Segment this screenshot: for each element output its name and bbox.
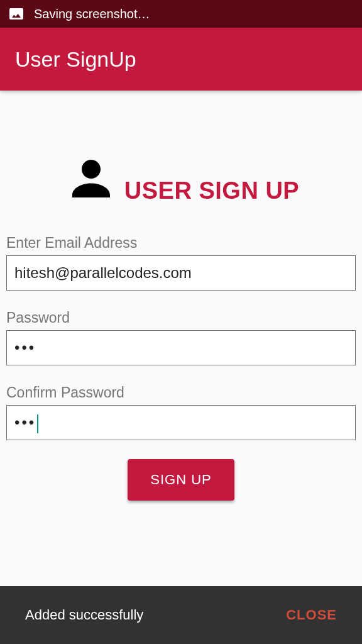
- status-saving-text: Saving screenshot…: [34, 7, 150, 21]
- confirm-password-field-group: Confirm Password •••: [6, 384, 356, 440]
- email-field-group: Enter Email Address: [6, 235, 356, 291]
- confirm-password-label: Confirm Password: [6, 384, 356, 401]
- hero: USER SIGN UP: [6, 150, 356, 209]
- email-label: Enter Email Address: [6, 235, 356, 252]
- main-content: USER SIGN UP Enter Email Address Passwor…: [0, 150, 362, 501]
- snackbar: Added successfully CLOSE: [0, 586, 362, 644]
- password-label: Password: [6, 309, 356, 326]
- password-input[interactable]: •••: [6, 330, 356, 365]
- confirm-password-mask: •••: [7, 405, 38, 440]
- password-mask: •••: [7, 330, 36, 365]
- password-field-group: Password •••: [6, 309, 356, 365]
- snackbar-message: Added successfully: [25, 607, 143, 623]
- image-icon: [9, 6, 24, 21]
- text-cursor: [37, 414, 38, 433]
- app-bar-title: User SignUp: [15, 47, 136, 72]
- user-icon: [63, 150, 119, 209]
- status-bar: Saving screenshot…: [0, 0, 362, 28]
- app-bar: User SignUp: [0, 28, 362, 91]
- email-input[interactable]: [6, 255, 356, 291]
- signup-button[interactable]: SIGN UP: [128, 459, 234, 501]
- confirm-password-input[interactable]: •••: [6, 405, 356, 440]
- snackbar-close-button[interactable]: CLOSE: [286, 607, 337, 623]
- hero-title: USER SIGN UP: [124, 177, 299, 204]
